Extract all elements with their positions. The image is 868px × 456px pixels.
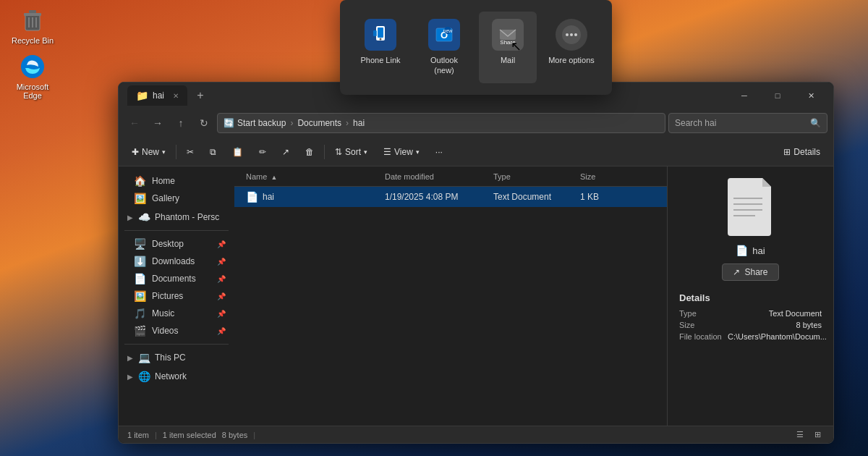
new-button[interactable]: ✚ New ▾	[124, 142, 173, 162]
status-item-count: 1 item	[127, 431, 149, 439]
sort-dropdown-icon: ▾	[364, 148, 367, 156]
up-button[interactable]: ↑	[171, 113, 191, 133]
col-type-label: Type	[493, 172, 511, 181]
music-pin-icon: 📌	[217, 310, 226, 318]
documents-pin-icon: 📌	[217, 275, 226, 283]
col-header-type[interactable]: Type	[493, 172, 580, 181]
tab-title: hai	[153, 90, 164, 101]
rename-icon: ✏	[259, 147, 266, 157]
sidebar-item-documents[interactable]: 📄 Documents 📌	[122, 270, 231, 287]
refresh-button[interactable]: ↻	[194, 113, 214, 133]
sidebar-section-network[interactable]: ▶ 🌐 Network	[122, 368, 231, 385]
thispc-chevron: ▶	[127, 354, 133, 362]
new-tab-button[interactable]: +	[190, 85, 210, 106]
grid-view-button[interactable]: ⊞	[810, 428, 825, 442]
toolbar: ✚ New ▾ ✂ ⧉ 📋 ✏ ↗ 🗑 ⇅ Sort ▾ ☰	[119, 138, 833, 166]
detail-filename: 📄 hai	[736, 245, 765, 256]
sidebar-item-videos[interactable]: 🎬 Videos 📌	[122, 322, 231, 339]
share-mail[interactable]: Share Mail	[479, 12, 537, 83]
col-header-size[interactable]: Size	[580, 172, 638, 181]
file-list-area: Name ▲ Date modified Type Size 📄 hai	[234, 166, 667, 426]
desktop-label: Desktop	[152, 239, 184, 249]
detail-row-location: File location C:\Users\Phantom\Docum...	[679, 332, 822, 341]
cut-icon: ✂	[187, 147, 194, 157]
pictures-icon: 🖼️	[133, 290, 146, 302]
maximize-button[interactable]: □	[761, 85, 794, 106]
sidebar-item-music[interactable]: 🎵 Music 📌	[122, 305, 231, 322]
delete-button[interactable]: 🗑	[298, 142, 321, 162]
details-label: Details	[793, 147, 820, 157]
address-bar[interactable]: 🔄 Start backup › Documents › hai	[217, 113, 665, 133]
sidebar-item-desktop[interactable]: 🖥️ Desktop 📌	[122, 235, 231, 253]
view-button[interactable]: ☰ View ▾	[376, 142, 427, 162]
rename-button[interactable]: ✏	[252, 142, 273, 162]
view-icon: ☰	[383, 147, 391, 157]
list-view-button[interactable]: ☰	[793, 428, 807, 442]
sidebar-item-downloads[interactable]: ⬇️ Downloads 📌	[122, 253, 231, 270]
sort-button[interactable]: ⇅ Sort ▾	[328, 142, 375, 162]
file-row-hai[interactable]: 📄 hai 1/19/2025 4:08 PM Text Document 1 …	[234, 187, 667, 207]
share-more-options[interactable]: More options	[542, 12, 600, 83]
share-phone-link[interactable]: Phone Link	[352, 12, 409, 83]
details-icon: ⊞	[783, 147, 791, 157]
tab-folder-icon: 📁	[136, 90, 148, 101]
back-button[interactable]: ←	[124, 113, 145, 133]
share-toolbar-button[interactable]: ↗	[275, 142, 297, 162]
col-size-label: Size	[580, 172, 595, 181]
col-header-date[interactable]: Date modified	[385, 172, 493, 181]
ms-edge-icon[interactable]: Microsoft Edge	[7, 54, 58, 100]
search-icon: 🔍	[810, 118, 821, 128]
sidebar-item-gallery[interactable]: 🖼️ Gallery	[122, 190, 231, 207]
file-size-cell: 1 KB	[580, 192, 638, 202]
sidebar-section-phantom[interactable]: ▶ ☁️ Phantom - Persc	[122, 208, 231, 226]
breadcrumb-hai: hai	[353, 118, 365, 128]
title-tab[interactable]: 📁 hai ✕	[127, 85, 187, 106]
videos-pin-icon: 📌	[217, 327, 226, 335]
desktop-pin-icon: 📌	[217, 240, 226, 248]
view-label: View	[394, 147, 413, 157]
thispc-icon: 💻	[137, 352, 150, 363]
more-icon: ···	[435, 147, 443, 157]
more-toolbar-button[interactable]: ···	[428, 142, 450, 162]
status-view-toggles: ☰ ⊞	[793, 428, 825, 442]
gallery-label: Gallery	[152, 193, 179, 203]
breadcrumb-documents: Documents	[297, 118, 341, 128]
cut-button[interactable]: ✂	[179, 142, 201, 162]
downloads-pin-icon: 📌	[217, 258, 226, 266]
file-txt-icon: 📄	[246, 191, 258, 203]
sidebar-section-thispc[interactable]: ▶ 💻 This PC	[122, 349, 231, 366]
detail-section-title: Details	[679, 292, 710, 303]
detail-pane: 📄 hai ↗ Share Details Type Text Document…	[667, 166, 833, 426]
sidebar-item-home[interactable]: 🏠 Home	[122, 172, 231, 190]
share-outlook[interactable]: O new Outlook (new)	[415, 12, 473, 83]
minimize-button[interactable]: ─	[728, 85, 761, 106]
documents-icon: 📄	[133, 273, 146, 284]
view-dropdown-icon: ▾	[416, 148, 420, 156]
breadcrumb-start: Start backup	[237, 118, 286, 128]
svg-text:new: new	[443, 28, 454, 33]
sidebar: 🏠 Home 🖼️ Gallery ▶ ☁️ Phantom - Persc 🖥…	[119, 166, 234, 426]
detail-filename-text: hai	[752, 245, 765, 256]
paste-button[interactable]: 📋	[225, 142, 250, 162]
recycle-bin-label: Recycle Bin	[12, 36, 54, 45]
address-bar-row: ← → ↑ ↻ 🔄 Start backup › Documents › hai…	[119, 109, 833, 138]
tab-close-icon[interactable]: ✕	[173, 92, 179, 100]
forward-button[interactable]: →	[148, 113, 168, 133]
col-date-label: Date modified	[385, 172, 434, 181]
content-area: 🏠 Home 🖼️ Gallery ▶ ☁️ Phantom - Persc 🖥…	[119, 166, 833, 426]
network-chevron: ▶	[127, 373, 133, 381]
search-box[interactable]: Search hai 🔍	[668, 113, 827, 133]
sidebar-divider-1	[124, 230, 229, 231]
sidebar-item-pictures[interactable]: 🖼️ Pictures 📌	[122, 287, 231, 305]
copy-button[interactable]: ⧉	[203, 142, 224, 162]
more-options-label: More options	[548, 55, 595, 65]
close-button[interactable]: ✕	[794, 85, 827, 106]
details-button[interactable]: ⊞ Details	[776, 142, 827, 162]
detail-share-button[interactable]: ↗ Share	[722, 263, 778, 281]
phone-link-icon	[365, 19, 396, 51]
svg-point-20	[570, 33, 573, 36]
share-popup: Phone Link O new Outlook (new) Share Mai…	[340, 0, 612, 95]
sort-label: Sort	[345, 147, 361, 157]
recycle-bin-icon[interactable]: Recycle Bin	[7, 7, 58, 45]
col-header-name[interactable]: Name ▲	[240, 172, 385, 181]
